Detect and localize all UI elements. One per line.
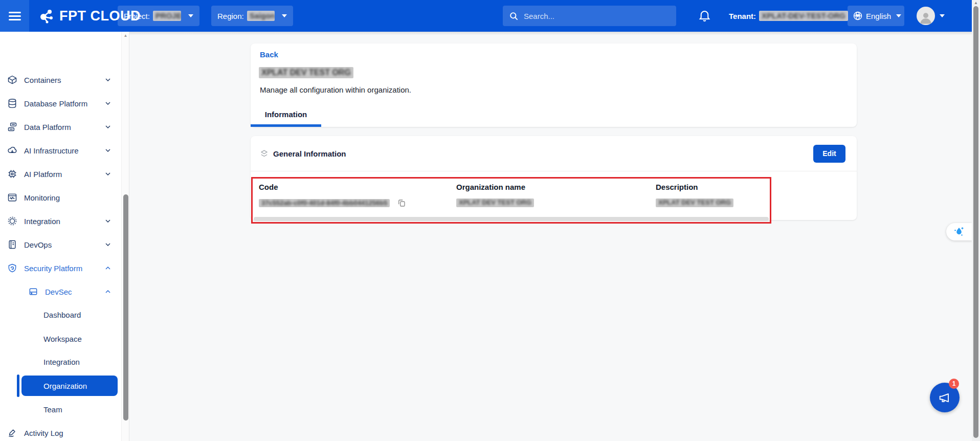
containers-icon (7, 75, 17, 85)
window-scrollbar[interactable]: ▲ (972, 0, 980, 441)
avatar (917, 7, 935, 25)
edit-button[interactable]: Edit (813, 145, 845, 163)
project-selector[interactable]: Project: PROJECT_XPL (118, 6, 199, 26)
page-title: XPLAT DEV TEST ORG (259, 67, 353, 78)
pen-icon (7, 428, 17, 438)
sidebar-item-devops[interactable]: DevOps (0, 233, 121, 256)
hamburger-icon (9, 10, 21, 23)
sidebar-item-ai-infrastructure[interactable]: AI Infrastructure (0, 139, 121, 162)
language-selector[interactable]: English (848, 6, 904, 26)
region-selector[interactable]: Region: Saigon (Vietn... (211, 6, 293, 26)
caret-down-icon (896, 14, 901, 17)
title-redacted: XPLAT DEV TEST ORG (259, 67, 353, 78)
fpt-molecule-icon (37, 7, 55, 25)
org-name-value-redacted: XPLAT DEV TEST ORG (456, 199, 534, 207)
ai-assistant-tab[interactable] (946, 223, 972, 240)
database-icon (7, 98, 17, 108)
shield-refresh-icon (7, 263, 17, 273)
tenant-value-redacted: XPLAT-DEV-TEST-ORG (759, 11, 848, 20)
sidebar-item-monitoring[interactable]: Monitoring (0, 186, 121, 209)
sidebar-item-ai-platform[interactable]: AI Platform (0, 162, 121, 186)
tenant-selector[interactable]: Tenant: XPLAT-DEV-TEST-ORG (729, 0, 860, 32)
scrollbar-thumb[interactable] (973, 6, 978, 438)
project-value-redacted: PROJECT_XPL (153, 11, 181, 20)
chevron-down-icon (104, 146, 112, 155)
data-platform-icon (7, 122, 17, 132)
chevron-down-icon (104, 170, 112, 178)
notification-badge: 1 (949, 379, 959, 389)
user-menu[interactable] (917, 7, 945, 25)
globe-icon (853, 11, 863, 21)
back-link[interactable]: Back (260, 50, 278, 59)
tab-information[interactable]: Information (251, 104, 321, 127)
sidebar-item-containers[interactable]: Containers (0, 68, 121, 92)
description-value-redacted: XPLAT DEV TEST ORG (656, 199, 733, 207)
chevron-down-icon (104, 217, 112, 225)
sidebar-item-organization[interactable]: Organization (21, 376, 118, 396)
global-search (503, 6, 676, 26)
devsec-drive-icon (28, 286, 38, 297)
sidebar-item-dashboard[interactable]: Dashboard (0, 303, 121, 326)
scroll-up-arrow-icon[interactable]: ▲ (122, 33, 129, 38)
organization-header-card: Back XPLAT DEV TEST ORG Manage all confi… (251, 43, 857, 127)
caret-down-icon (940, 14, 945, 17)
section-title: General Information (273, 149, 346, 158)
sidebar-item-data-platform[interactable]: Data Platform (0, 115, 121, 139)
chevron-up-icon (104, 288, 112, 296)
integration-gear-icon (7, 216, 17, 226)
sidebar-scrollbar[interactable]: ▲ (121, 32, 129, 441)
active-item-indicator (17, 374, 19, 397)
field-description: Description XPLAT DEV TEST ORG (656, 183, 733, 207)
field-code: Code 37c552ab-c0f0-401d-84f0-4bb0441256b… (259, 183, 406, 208)
chevron-down-icon (104, 99, 112, 107)
top-navbar: FPT CLOUD Project: PROJECT_XPL Region: S… (0, 0, 972, 32)
chevron-down-icon (104, 76, 112, 84)
devops-journal-icon (7, 239, 17, 250)
sidebar-item-activity-log[interactable]: Activity Log (0, 421, 121, 441)
chevron-down-icon (104, 240, 112, 249)
sidebar-item-devsec[interactable]: DevSec (0, 280, 121, 303)
sidebar-item-integration-sub[interactable]: Integration (0, 350, 121, 373)
caret-down-icon (282, 14, 287, 17)
region-value-redacted: Saigon (Vietn... (247, 11, 275, 20)
card-header: General Information Edit (251, 136, 857, 171)
sidebar-item-database-platform[interactable]: Database Platform (0, 92, 121, 115)
scroll-up-arrow-icon[interactable]: ▲ (972, 1, 980, 5)
sidebar-item-integration[interactable]: Integration (0, 209, 121, 233)
field-organization-name: Organization name XPLAT DEV TEST ORG (456, 183, 534, 207)
sidebar-nav: Containers Database Platform Data Platfo… (0, 32, 129, 441)
code-value-redacted: 37c552ab-c0f0-401d-84f0-4bb0441256b5 (259, 199, 390, 208)
layers-icon (260, 149, 269, 158)
scrollbar-thumb[interactable] (123, 194, 128, 421)
chevron-down-icon (104, 123, 112, 131)
sidebar-item-team[interactable]: Team (0, 398, 121, 421)
droplet-sparkle-icon (952, 225, 966, 238)
search-input[interactable] (524, 12, 657, 20)
copy-icon[interactable] (397, 199, 406, 208)
monitoring-icon (7, 192, 17, 203)
general-information-card: General Information Edit Code 37c552ab-c… (251, 136, 857, 220)
fields-row: Code 37c552ab-c0f0-401d-84f0-4bb0441256b… (251, 171, 857, 219)
hamburger-menu-button[interactable] (0, 0, 29, 32)
sidebar-item-security-platform[interactable]: Security Platform (0, 256, 121, 280)
sidebar-item-workspace[interactable]: Workspace (0, 327, 121, 350)
notification-bell-icon[interactable] (698, 9, 711, 23)
chevron-up-icon (104, 264, 112, 272)
search-icon (509, 11, 519, 21)
page-subtitle: Manage all configuration within organiza… (260, 85, 411, 94)
megaphone-icon (938, 390, 952, 405)
cloud-icon (7, 145, 17, 156)
chip-icon (7, 169, 17, 179)
caret-down-icon (188, 14, 193, 17)
